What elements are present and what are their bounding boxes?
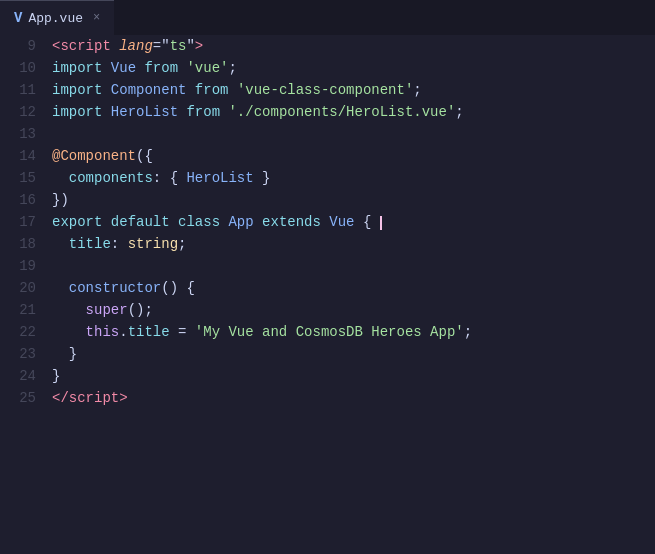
tab-close-button[interactable]: ×: [93, 11, 100, 25]
code-line-24: }: [52, 365, 655, 387]
line-num-23: 23: [16, 343, 36, 365]
tab-filename: App.vue: [28, 11, 83, 26]
code-line-12: import HeroList from './components/HeroL…: [52, 101, 655, 123]
line-num-24: 24: [16, 365, 36, 387]
vue-icon: V: [14, 10, 22, 26]
line-num-22: 22: [16, 321, 36, 343]
line-num-12: 12: [16, 101, 36, 123]
code-line-25: </script>: [52, 387, 655, 409]
code-line-19: [52, 255, 655, 277]
tab-app-vue[interactable]: V App.vue ×: [0, 0, 114, 35]
line-num-19: 19: [16, 255, 36, 277]
code-line-15: components: { HeroList }: [52, 167, 655, 189]
code-line-17: export default class App extends Vue {: [52, 211, 655, 233]
line-num-25: 25: [16, 387, 36, 409]
line-num-10: 10: [16, 57, 36, 79]
app-window: V App.vue × 9 10 11 12 13 14 15 16 17 18…: [0, 0, 655, 554]
line-numbers: 9 10 11 12 13 14 15 16 17 18 19 20 21 22…: [0, 35, 48, 554]
code-line-9: <script lang="ts">: [52, 35, 655, 57]
code-line-11: import Component from 'vue-class-compone…: [52, 79, 655, 101]
code-line-18: title: string;: [52, 233, 655, 255]
code-line-23: }: [52, 343, 655, 365]
line-num-15: 15: [16, 167, 36, 189]
line-num-13: 13: [16, 123, 36, 145]
code-line-22: this.title = 'My Vue and CosmosDB Heroes…: [52, 321, 655, 343]
line-num-21: 21: [16, 299, 36, 321]
editor-area: 9 10 11 12 13 14 15 16 17 18 19 20 21 22…: [0, 35, 655, 554]
code-line-20: constructor() {: [52, 277, 655, 299]
code-line-14: @Component({: [52, 145, 655, 167]
line-num-18: 18: [16, 233, 36, 255]
code-line-16: }): [52, 189, 655, 211]
code-line-21: super();: [52, 299, 655, 321]
line-num-14: 14: [16, 145, 36, 167]
code-content[interactable]: <script lang="ts"> import Vue from 'vue'…: [48, 35, 655, 554]
tab-bar: V App.vue ×: [0, 0, 655, 35]
line-num-16: 16: [16, 189, 36, 211]
line-num-20: 20: [16, 277, 36, 299]
line-num-9: 9: [16, 35, 36, 57]
line-num-11: 11: [16, 79, 36, 101]
code-line-13: [52, 123, 655, 145]
line-num-17: 17: [16, 211, 36, 233]
code-line-10: import Vue from 'vue';: [52, 57, 655, 79]
